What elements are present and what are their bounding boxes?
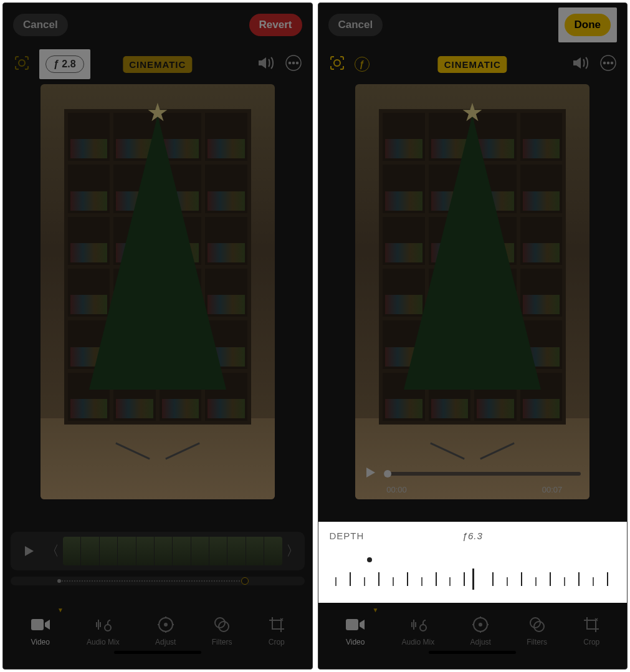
active-tool-marker-icon: ▼ [373,607,379,613]
svg-point-13 [604,62,606,64]
svg-point-15 [611,62,613,64]
trim-start-icon[interactable]: 〈 [45,542,59,560]
tool-label: Crop [583,638,599,646]
playback-overlay: 00:00 00:07 [355,460,589,499]
focus-timeline[interactable] [11,577,305,585]
tool-crop[interactable]: Crop [268,615,285,646]
depth-panel: DEPTH ƒ6.3 [318,522,628,603]
scrubber-area: 〈 〉 [11,532,305,585]
audio-mix-icon [93,615,113,634]
revert-button[interactable]: Revert [249,14,302,36]
play-icon[interactable] [364,466,376,481]
svg-point-14 [608,62,609,64]
svg-point-0 [19,60,25,66]
tool-label: Audio Mix [402,638,435,646]
home-indicator [114,651,201,654]
cancel-button[interactable]: Cancel [13,14,68,36]
svg-point-17 [420,625,426,631]
tool-label: Adjust [155,638,176,646]
svg-point-8 [165,623,167,626]
time-current: 00:00 [386,485,407,494]
svg-point-6 [105,625,111,631]
svg-point-4 [296,62,298,64]
video-preview[interactable]: ★ 00:00 00:07 [355,84,589,499]
more-icon[interactable] [599,54,617,74]
svg-point-3 [292,62,294,64]
filmstrip[interactable] [63,537,282,565]
cinematic-badge: CINEMATIC [438,56,507,73]
filters-icon [528,615,546,634]
svg-point-2 [289,62,290,64]
tool-adjust[interactable]: Adjust [470,615,491,646]
crop-icon [268,615,285,634]
tool-filters[interactable]: Filters [212,615,232,646]
cancel-button[interactable]: Cancel [328,14,383,36]
tool-label: Video [31,638,49,646]
home-indicator [429,651,516,654]
focus-icon[interactable] [13,54,31,74]
video-icon [345,615,366,634]
cinematic-badge: CINEMATIC [123,56,192,73]
video-icon [30,615,51,634]
depth-title: DEPTH [330,530,365,541]
video-preview[interactable]: ★ [41,84,275,499]
tool-label: Crop [269,638,285,646]
tool-label: Filters [527,638,547,646]
depth-slider[interactable] [330,566,616,591]
tool-label: Filters [212,638,232,646]
time-total: 00:07 [542,485,563,494]
focus-icon[interactable] [328,54,346,74]
bottom-toolbar: ▼ Video Audio Mix Adjust [3,615,312,658]
adjust-icon [157,615,174,634]
svg-rect-16 [346,619,358,630]
done-highlight: Done [558,7,618,42]
tool-label: Adjust [470,638,491,646]
action-row: ƒ CINEMATIC [318,47,628,82]
svg-point-19 [479,623,482,626]
tool-crop[interactable]: Crop [583,615,600,646]
depth-value: ƒ6.3 [462,530,483,541]
crop-icon [583,615,600,634]
svg-point-11 [334,60,340,66]
depth-default-marker-icon [367,557,372,562]
tool-video[interactable]: Video [345,615,366,646]
active-tool-marker-icon: ▼ [57,607,64,613]
aperture-active-icon[interactable]: ƒ [355,57,370,72]
top-bar: Cancel Done [318,3,628,47]
filters-icon [213,615,231,634]
video-scrubber[interactable]: 〈 〉 [11,532,305,570]
aperture-highlight: ƒ 2.8 [39,49,90,79]
done-button[interactable]: Done [565,14,611,36]
editor-panel-left: Cancel Revert ƒ 2.8 CINEMATIC [2,2,313,670]
action-row: ƒ 2.8 CINEMATIC [3,47,312,82]
audio-mix-icon [408,615,428,634]
tool-label: Video [346,638,365,646]
tool-filters[interactable]: Filters [527,615,547,646]
volume-icon[interactable] [572,55,589,73]
tool-audio-mix[interactable]: Audio Mix [87,615,120,646]
top-bar: Cancel Revert [3,3,312,47]
tool-audio-mix[interactable]: Audio Mix [402,615,435,646]
tool-label: Audio Mix [87,638,120,646]
svg-rect-5 [31,619,44,630]
more-icon[interactable] [285,54,302,74]
editor-panel-right: Cancel Done ƒ CINEMATIC [318,2,628,670]
trim-end-icon[interactable]: 〉 [286,542,300,560]
adjust-icon [472,615,489,634]
bottom-toolbar: ▼ Video Audio Mix Adjust [318,615,628,658]
progress-bar[interactable] [384,472,581,476]
play-icon[interactable] [16,538,42,564]
volume-icon[interactable] [257,55,275,73]
tool-video[interactable]: Video [30,615,51,646]
tool-adjust[interactable]: Adjust [155,615,176,646]
aperture-button[interactable]: ƒ 2.8 [45,55,84,73]
